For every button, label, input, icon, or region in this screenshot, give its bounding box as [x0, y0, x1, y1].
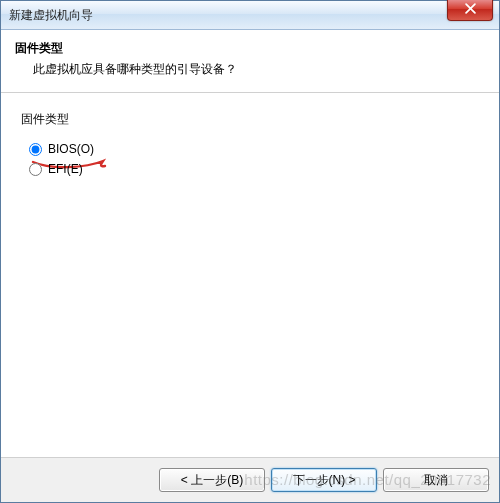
radio-option-bios[interactable]: BIOS(O)	[29, 142, 479, 156]
radio-bios-input[interactable]	[29, 143, 42, 156]
page-title: 固件类型	[15, 40, 485, 57]
close-button[interactable]	[447, 0, 493, 21]
radio-bios-label: BIOS(O)	[48, 142, 94, 156]
wizard-window: 新建虚拟机向导 固件类型 此虚拟机应具备哪种类型的引导设备？ 固件类型 BIOS…	[0, 0, 500, 503]
footer: < 上一步(B) 下一步(N) > 取消	[1, 457, 499, 502]
body-panel: 固件类型 BIOS(O) EFI(E)	[1, 93, 499, 423]
cancel-button[interactable]: 取消	[383, 468, 489, 492]
next-button[interactable]: 下一步(N) >	[271, 468, 377, 492]
radio-efi-input[interactable]	[29, 163, 42, 176]
group-label: 固件类型	[21, 111, 479, 128]
radio-option-efi[interactable]: EFI(E)	[29, 162, 479, 176]
close-icon	[465, 3, 476, 17]
page-subtitle: 此虚拟机应具备哪种类型的引导设备？	[33, 61, 485, 78]
window-title: 新建虚拟机向导	[9, 7, 93, 24]
back-button[interactable]: < 上一步(B)	[159, 468, 265, 492]
radio-efi-label: EFI(E)	[48, 162, 83, 176]
header-panel: 固件类型 此虚拟机应具备哪种类型的引导设备？	[1, 30, 499, 93]
titlebar: 新建虚拟机向导	[1, 1, 499, 30]
